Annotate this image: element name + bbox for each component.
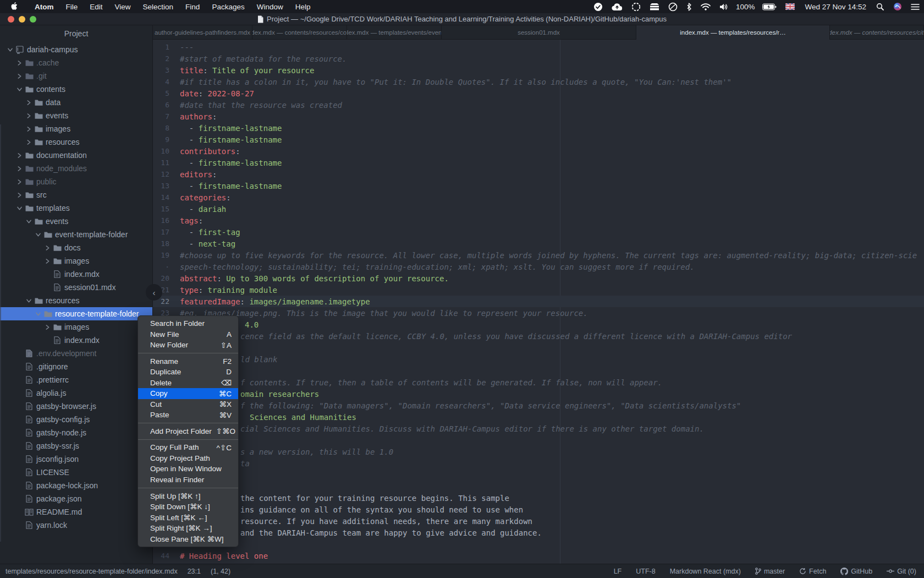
- tree-folder-images[interactable]: images: [0, 320, 152, 334]
- editor-line[interactable]: 21type: training module: [153, 284, 924, 296]
- editor-tab[interactable]: index.mdx — contents/resources/co…: [252, 25, 347, 40]
- tree-file-gatsby-config.js[interactable]: gatsby-config.js: [0, 413, 152, 426]
- status-lf[interactable]: LF: [614, 568, 622, 575]
- tree-folder-templates[interactable]: templates: [0, 201, 152, 215]
- sidebar-collapse-button[interactable]: ‹: [146, 284, 162, 301]
- stack-icon[interactable]: [650, 0, 659, 13]
- tree-folder-.cache[interactable]: .cache: [0, 56, 152, 69]
- editor-line[interactable]: 4#if title has a colon in it, you have t…: [153, 76, 924, 88]
- editor-tab[interactable]: index.mdx — contents/resources/cit…: [830, 25, 924, 40]
- context-menu-item-new-folder[interactable]: New Folder⇧A: [138, 340, 238, 351]
- editor-line[interactable]: 15 - dariah: [153, 203, 924, 215]
- tree-file-package-lock.json[interactable]: package-lock.json: [0, 479, 152, 492]
- chevron-right-icon[interactable]: [43, 246, 52, 250]
- chevron-right-icon[interactable]: [43, 259, 52, 264]
- tree-folder-contents[interactable]: contents: [0, 83, 152, 96]
- tree-file-yarn.lock[interactable]: yarn.lock: [0, 519, 152, 532]
- editor-line[interactable]: 37: [153, 469, 924, 481]
- context-menu-item-split-up-k[interactable]: Split Up [⌘K ↑]: [138, 490, 238, 501]
- context-menu-item-delete[interactable]: Delete⌫: [138, 378, 238, 389]
- status-utf-8[interactable]: UTF-8: [636, 568, 655, 575]
- battery-icon[interactable]: [762, 0, 777, 13]
- menubar-item-file[interactable]: File: [60, 0, 84, 13]
- editor-line[interactable]: 32Sciences and Humanities: [153, 411, 924, 423]
- status-master[interactable]: master: [755, 568, 785, 575]
- context-menu-item-rename[interactable]: RenameF2: [138, 356, 238, 367]
- menubar-item-window[interactable]: Window: [251, 0, 289, 13]
- chevron-down-icon[interactable]: [15, 87, 24, 92]
- chevron-right-icon[interactable]: [24, 113, 33, 118]
- menubar-clock[interactable]: Wed 27 Nov 14:52: [805, 3, 866, 11]
- volume-icon[interactable]: [719, 0, 728, 13]
- chevron-down-icon[interactable]: [34, 232, 42, 237]
- menubar-item-view[interactable]: View: [109, 0, 137, 13]
- editor-line[interactable]: 38: [153, 481, 924, 492]
- context-menu-item-copy-project-path[interactable]: Copy Project Path: [138, 453, 238, 464]
- editor-line[interactable]: 26: [153, 342, 924, 353]
- chevron-down-icon[interactable]: [34, 312, 42, 317]
- editor-tab[interactable]: index.mdx — templates/events/even…: [347, 25, 442, 40]
- editor-line[interactable]: 44# Heading level one: [153, 550, 924, 561]
- chevron-right-icon[interactable]: [24, 100, 33, 105]
- context-menu-item-reveal-in-finder[interactable]: Reveal in Finder: [138, 475, 238, 486]
- tree-folder-src[interactable]: src: [0, 188, 152, 201]
- tree-file-jsconfig.json[interactable]: jsconfig.json: [0, 452, 152, 466]
- tree-folder-resources[interactable]: resources: [0, 135, 152, 149]
- editor-line[interactable]: 29f contents. If true, then a table of c…: [153, 377, 924, 388]
- editor-line-current[interactable]: 22featuredImage: images/imagename.imaget…: [153, 296, 924, 307]
- chevron-right-icon[interactable]: [15, 179, 24, 184]
- context-menu-item-duplicate[interactable]: DuplicateD: [138, 367, 238, 378]
- editor-line[interactable]: 11 - firstname-lastname: [153, 157, 924, 168]
- tree-file-package.json[interactable]: package.json: [0, 492, 152, 505]
- tree-folder-data[interactable]: data: [0, 96, 152, 109]
- editor-line[interactable]: 17 - first-tag: [153, 226, 924, 238]
- editor-line[interactable]: 7authors:: [153, 111, 924, 122]
- chevron-right-icon[interactable]: [43, 325, 52, 330]
- tree-file-.env.development[interactable]: .env.development: [0, 347, 152, 360]
- chevron-right-icon[interactable]: [15, 153, 24, 158]
- siri-icon[interactable]: [893, 0, 902, 13]
- editor-line[interactable]: 5date: 2022-08-27: [153, 88, 924, 99]
- notification-center-icon[interactable]: [911, 0, 920, 13]
- editor-line[interactable]: 6#date that the resource was created: [153, 99, 924, 111]
- context-menu-item-copy-full-path[interactable]: Copy Full Path^⇧C: [138, 442, 238, 453]
- editor-line[interactable]: 9 - firstname-lastname: [153, 134, 924, 145]
- context-menu-item-split-right-k[interactable]: Split Right [⌘K →]: [138, 523, 238, 534]
- tree-folder-events[interactable]: events: [0, 215, 152, 228]
- context-menu-item-open-in-new-window[interactable]: Open in New Window: [138, 464, 238, 475]
- tree-file-gatsby-browser.js[interactable]: gatsby-browser.js: [0, 400, 152, 413]
- editor-line[interactable]: 40ins guidance on all of the syntax you …: [153, 504, 924, 515]
- status-selection-info[interactable]: (1, 42): [211, 568, 230, 575]
- tree-folder-docs[interactable]: docs: [0, 241, 152, 254]
- spotlight-icon[interactable]: [876, 0, 884, 13]
- context-menu-item-close-pane-k-w[interactable]: Close Pane [⌘K ⌘W]: [138, 533, 238, 544]
- editor-line[interactable]: 31f the following: "Data managers", "Dom…: [153, 400, 924, 411]
- editor-line[interactable]: 34: [153, 434, 924, 446]
- chevron-right-icon[interactable]: [15, 61, 24, 66]
- tree-file-gatsby-node.js[interactable]: gatsby-node.js: [0, 426, 152, 439]
- editor-line[interactable]: 28: [153, 365, 924, 377]
- tree-folder-resource-template-folder[interactable]: resource-template-folder: [0, 307, 152, 320]
- editor-line[interactable]: 3title: Title of your resource: [153, 64, 924, 76]
- editor-line[interactable]: 25cence field as the default licence, CC…: [153, 330, 924, 342]
- tree-file-.prettierrc[interactable]: .prettierrc: [0, 373, 152, 386]
- tree-file-license[interactable]: LICENSE: [0, 466, 152, 479]
- tree-folder-public[interactable]: public: [0, 175, 152, 188]
- todo-check-icon[interactable]: [593, 0, 603, 13]
- editor-line[interactable]: 27ld blank: [153, 353, 924, 365]
- editor-line[interactable]: 2#start of metadata for the resource.: [153, 53, 924, 64]
- editor-line[interactable]: 43: [153, 538, 924, 550]
- chevron-down-icon[interactable]: [15, 206, 24, 211]
- editor-line[interactable]: 30omain researchers: [153, 388, 924, 400]
- chevron-down-icon[interactable]: [6, 47, 14, 52]
- context-menu-item-new-file[interactable]: New FileA: [138, 329, 238, 340]
- text-editor[interactable]: 1---2#start of metadata for the resource…: [153, 40, 924, 564]
- menubar-item-find[interactable]: Find: [179, 0, 206, 13]
- minimize-window-button[interactable]: [19, 16, 25, 23]
- context-menu-item-search-in-folder[interactable]: Search in Folder: [138, 318, 238, 329]
- editor-line[interactable]: 8 - firstname-lastname: [153, 122, 924, 134]
- keyboard-flag-uk-icon[interactable]: [785, 0, 795, 13]
- status-markdown-react-mdx[interactable]: Markdown React (mdx): [670, 568, 741, 575]
- menubar-item-atom[interactable]: Atom: [29, 0, 60, 13]
- tree-folder-node-modules[interactable]: node_modules: [0, 162, 152, 175]
